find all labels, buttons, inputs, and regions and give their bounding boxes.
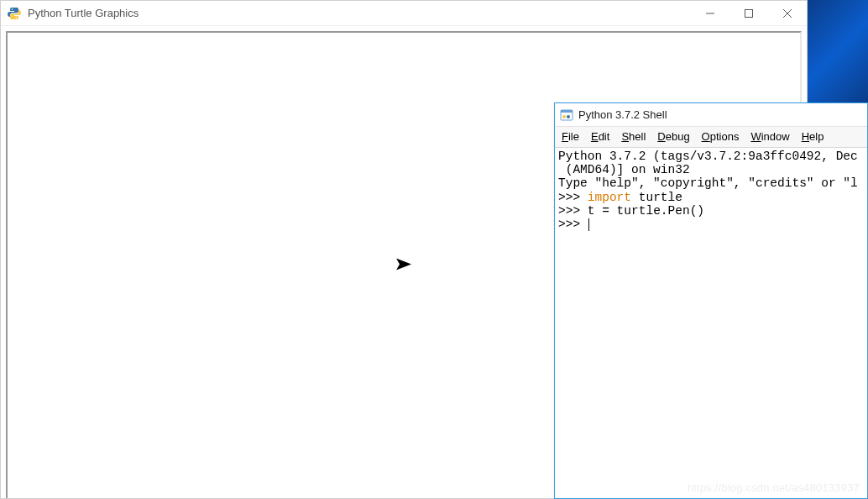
svg-marker-4 (396, 259, 411, 271)
watermark-text: https://blog.csdn.net/as480133937 (688, 481, 860, 494)
menu-debug[interactable]: Debug (657, 130, 689, 143)
svg-rect-1 (745, 9, 753, 17)
prompt: >>> (558, 218, 580, 231)
turtle-window-title: Python Turtle Graphics (28, 7, 691, 19)
menu-window[interactable]: Window (750, 130, 789, 143)
svg-point-8 (567, 115, 570, 118)
close-button[interactable] (768, 1, 807, 25)
menu-help[interactable]: Help (802, 130, 824, 143)
code-text: t = turtle.Pen() (588, 204, 704, 218)
banner-line: Python 3.7.2 (tags/v3.7.2:9a3ffc0492, De… (558, 150, 858, 163)
desktop-background (808, 0, 868, 102)
shell-output[interactable]: Python 3.7.2 (tags/v3.7.2:9a3ffc0492, De… (555, 148, 867, 233)
text-cursor (588, 218, 589, 231)
keyword-import: import (588, 191, 631, 204)
menu-shell[interactable]: Shell (621, 130, 646, 143)
shell-menubar: File Edit Shell Debug Options Window Hel… (555, 127, 867, 148)
banner-line: Type "help", "copyright", "credits" or "… (558, 176, 858, 190)
maximize-button[interactable] (729, 1, 768, 25)
idle-shell-window: Python 3.7.2 Shell File Edit Shell Debug… (554, 102, 868, 499)
shell-titlebar[interactable]: Python 3.7.2 Shell (555, 103, 867, 127)
svg-point-7 (562, 115, 566, 118)
turtle-titlebar[interactable]: Python Turtle Graphics (1, 1, 807, 26)
menu-file[interactable]: File (562, 130, 579, 143)
turtle-cursor-icon (396, 259, 411, 273)
python-icon (8, 7, 21, 20)
window-controls (691, 1, 807, 25)
banner-line: (AMD64)] on win32 (558, 163, 690, 176)
idle-icon (560, 108, 573, 122)
code-text: turtle (631, 191, 682, 204)
svg-rect-6 (561, 110, 573, 113)
menu-edit[interactable]: Edit (591, 130, 609, 143)
shell-window-title: Python 3.7.2 Shell (578, 108, 667, 121)
prompt: >>> (558, 204, 580, 218)
menu-options[interactable]: Options (702, 130, 740, 143)
prompt: >>> (558, 191, 580, 204)
minimize-button[interactable] (691, 1, 729, 25)
